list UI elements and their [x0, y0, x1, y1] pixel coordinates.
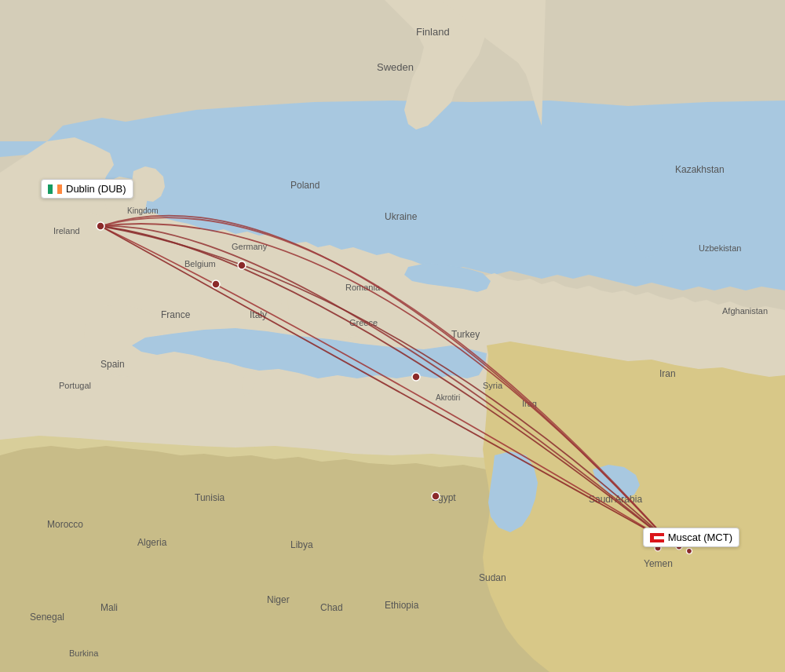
sudan-label: Sudan — [479, 572, 506, 583]
kingdom-label: Kingdom — [127, 206, 158, 215]
kazakhstan-label: Kazakhstan — [675, 164, 725, 175]
dublin-dot — [97, 222, 104, 230]
spain-label: Spain — [100, 359, 125, 370]
france-label: France — [161, 309, 191, 320]
svg-rect-7 — [650, 533, 654, 542]
muscat-dot-4 — [687, 549, 692, 554]
morocco-label: Morocco — [47, 519, 83, 530]
svg-rect-3 — [57, 184, 62, 194]
waypoint-paris — [212, 280, 220, 288]
senegal-label: Senegal — [30, 612, 64, 623]
muscat-label-text: Muscat (MCT) — [668, 531, 732, 543]
ireland-label: Ireland — [53, 226, 80, 236]
mali-label: Mali — [100, 602, 118, 613]
iran-label: Iran — [659, 368, 676, 379]
chad-label: Chad — [320, 602, 343, 613]
afghanistan-label: Afghanistan — [722, 306, 768, 316]
waypoint-frankfurt — [238, 261, 246, 269]
burkina-label: Burkina — [69, 648, 99, 658]
dublin-label-text: Dublin (DUB) — [66, 183, 126, 195]
tunisia-label: Tunisia — [195, 492, 225, 503]
belgium-label: Belgium — [184, 259, 216, 268]
uzbekistan-label: Uzbekistan — [699, 243, 741, 253]
algeria-label: Algeria — [137, 537, 167, 548]
libya-label: Libya — [290, 539, 313, 550]
syria-label: Syria — [483, 381, 503, 390]
map-container: Finland Sweden Poland Ukraine Kazakhstan… — [0, 0, 785, 672]
waypoint-cairo — [432, 492, 440, 500]
ethiopia-label: Ethiopia — [385, 600, 419, 611]
yemen-label: Yemen — [644, 558, 673, 569]
svg-rect-2 — [53, 184, 57, 194]
waypoint-istanbul — [412, 373, 420, 381]
oman-flag — [650, 533, 664, 542]
map-svg: Finland Sweden Poland Ukraine Kazakhstan… — [0, 0, 785, 672]
portugal-label: Portugal — [59, 381, 91, 390]
ukraine-label: Ukraine — [385, 211, 418, 222]
dublin-airport-label: Dublin (DUB) — [41, 179, 133, 199]
svg-rect-1 — [48, 184, 53, 194]
akrotiri-label: Akrotiri — [436, 393, 460, 402]
sweden-label: Sweden — [377, 61, 414, 73]
niger-label: Niger — [267, 594, 290, 605]
poland-label: Poland — [290, 180, 319, 191]
finland-label: Finland — [416, 26, 450, 38]
ireland-flag — [48, 184, 62, 194]
muscat-airport-label: Muscat (MCT) — [643, 528, 739, 547]
turkey-label: Turkey — [451, 329, 480, 340]
